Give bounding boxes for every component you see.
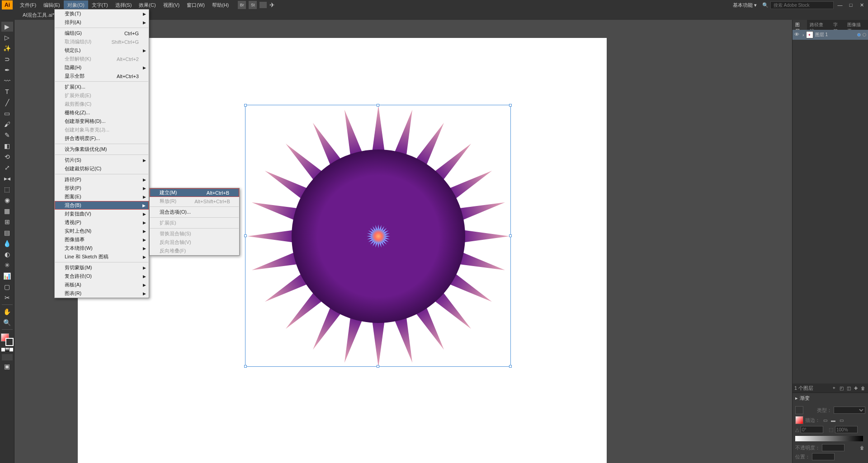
- menu-item[interactable]: 图表(R)▶: [55, 289, 149, 298]
- menu-item[interactable]: 透视(P)▶: [55, 218, 149, 227]
- paintbrush-tool[interactable]: 🖌: [1, 119, 13, 129]
- slice-tool[interactable]: ✂: [1, 293, 13, 303]
- stock-icon[interactable]: St: [249, 1, 257, 9]
- maximize-button[interactable]: □: [846, 1, 855, 9]
- workspace-switcher[interactable]: 基本功能 ▾: [729, 1, 760, 9]
- minimize-button[interactable]: —: [835, 1, 844, 9]
- free-transform-tool[interactable]: ⬚: [1, 184, 13, 194]
- menu-item[interactable]: 拼合透明度(F)...: [55, 134, 149, 143]
- menu-item[interactable]: 栅格化(Z)...: [55, 108, 149, 117]
- resize-handle-w[interactable]: [244, 234, 247, 237]
- menu-帮助[interactable]: 帮助(H): [208, 0, 232, 10]
- gradient-fill-swatch[interactable]: [795, 416, 803, 424]
- perspective-grid-tool[interactable]: ▦: [1, 206, 13, 216]
- arrange-documents-icon[interactable]: [259, 2, 267, 8]
- eyedropper-tool[interactable]: 💧: [1, 239, 13, 248]
- line-tool[interactable]: ╱: [1, 98, 13, 108]
- selection-bounding-box[interactable]: [245, 105, 511, 367]
- width-tool[interactable]: ▸◂: [1, 173, 13, 183]
- disclosure-icon[interactable]: ›: [802, 32, 804, 37]
- menu-item[interactable]: 形状(P)▶: [55, 184, 149, 192]
- menu-视图[interactable]: 视图(V): [160, 0, 184, 10]
- drawing-mode[interactable]: [2, 354, 13, 360]
- menu-item[interactable]: 混合选项(O)...: [150, 208, 239, 216]
- new-layer-icon[interactable]: ✚: [853, 385, 859, 391]
- menu-item[interactable]: 编组(G)Ctrl+G: [55, 29, 149, 37]
- resize-handle-sw[interactable]: [244, 365, 247, 368]
- symbol-sprayer-tool[interactable]: ✳: [1, 260, 13, 270]
- menu-item[interactable]: 显示全部Alt+Ctrl+3: [55, 72, 149, 80]
- share-icon[interactable]: ✈: [269, 1, 275, 9]
- menu-item[interactable]: 文本绕排(W)▶: [55, 244, 149, 253]
- selection-tool[interactable]: ▶: [1, 22, 13, 32]
- menu-item[interactable]: 隐藏(H)▶: [55, 63, 149, 72]
- gradient-opacity-input[interactable]: [822, 444, 844, 451]
- color-mode-none[interactable]: [9, 348, 13, 351]
- stroke-mode-3-icon[interactable]: ▭: [838, 417, 844, 423]
- menu-item[interactable]: 切片(S)▶: [55, 156, 149, 164]
- menu-文字[interactable]: 文字(T): [88, 0, 112, 10]
- fill-stroke-control[interactable]: [1, 333, 14, 346]
- locate-object-icon[interactable]: ⌖: [831, 385, 837, 391]
- panel-tab[interactable]: 字符: [830, 20, 845, 30]
- blend-submenu-dropdown[interactable]: 建立(M)Alt+Ctrl+B释放(R)Alt+Shift+Ctrl+B混合选项…: [149, 188, 240, 256]
- magic-wand-tool[interactable]: ✨: [1, 43, 13, 53]
- panel-tab[interactable]: 图像描摹: [844, 20, 868, 30]
- scale-tool[interactable]: ⤢: [1, 163, 13, 173]
- screen-mode[interactable]: ▣: [1, 361, 13, 371]
- gradient-ratio-input[interactable]: [835, 426, 858, 433]
- menu-对象[interactable]: 对象(O): [64, 0, 88, 10]
- resize-handle-e[interactable]: [509, 234, 512, 237]
- menu-item[interactable]: 扩展(X)...: [55, 83, 149, 91]
- menu-item[interactable]: 混合(B)▶: [55, 201, 149, 210]
- menu-item[interactable]: 锁定(L)▶: [55, 46, 149, 55]
- mesh-tool[interactable]: ⊞: [1, 217, 13, 227]
- resize-handle-n[interactable]: [377, 104, 379, 107]
- menu-item[interactable]: 建立(M)Alt+Ctrl+B: [150, 188, 239, 197]
- gradient-type-select[interactable]: [834, 407, 865, 414]
- layer-target-indicator[interactable]: [863, 33, 866, 37]
- visibility-toggle-icon[interactable]: 👁: [794, 32, 801, 38]
- menu-item[interactable]: Line 和 Sketch 图稿▶: [55, 253, 149, 261]
- panel-tab[interactable]: 图层: [793, 20, 807, 30]
- menu-item[interactable]: 变换(T)▶: [55, 9, 149, 18]
- layer-row[interactable]: 👁 › ✦ 图层 1: [793, 30, 868, 40]
- bridge-icon[interactable]: Br: [238, 1, 246, 9]
- make-clipping-mask-icon[interactable]: ◰: [838, 385, 844, 391]
- column-graph-tool[interactable]: 📊: [1, 271, 13, 281]
- menu-效果[interactable]: 效果(C): [135, 0, 159, 10]
- layer-selection-indicator[interactable]: [857, 33, 861, 37]
- stroke-mode-1-icon[interactable]: ▭: [822, 417, 828, 423]
- close-button[interactable]: ✕: [857, 1, 866, 9]
- artboard-tool[interactable]: ▢: [1, 282, 13, 292]
- zoom-tool[interactable]: 🔍: [1, 318, 13, 327]
- menu-item[interactable]: 创建渐变网格(D)...: [55, 117, 149, 126]
- menu-item[interactable]: 路径(P)▶: [55, 175, 149, 184]
- gradient-angle-input[interactable]: [801, 426, 823, 433]
- shaper-tool[interactable]: ✎: [1, 130, 13, 140]
- gradient-preview-swatch[interactable]: [795, 406, 803, 414]
- menu-item[interactable]: 实时上色(N)▶: [55, 227, 149, 235]
- panel-collapse-icon[interactable]: ▸: [795, 395, 798, 401]
- delete-layer-icon[interactable]: 🗑: [860, 385, 866, 391]
- delete-stop-icon[interactable]: 🗑: [859, 444, 865, 451]
- color-mode-gradient[interactable]: [5, 348, 9, 351]
- menu-item[interactable]: 复合路径(O)▶: [55, 272, 149, 281]
- menu-选择[interactable]: 选择(S): [112, 0, 136, 10]
- menu-item[interactable]: 图案(E)▶: [55, 192, 149, 201]
- shape-builder-tool[interactable]: ◉: [1, 195, 13, 205]
- resize-handle-ne[interactable]: [509, 104, 512, 107]
- object-menu-dropdown[interactable]: 变换(T)▶排列(A)▶编组(G)Ctrl+G取消编组(U)Shift+Ctrl…: [54, 9, 149, 298]
- direct-selection-tool[interactable]: ▷: [1, 33, 13, 42]
- panel-tab[interactable]: 路径查找: [807, 20, 830, 30]
- rectangle-tool[interactable]: ▭: [1, 108, 13, 118]
- gradient-tool[interactable]: ▤: [1, 228, 13, 238]
- menu-item[interactable]: 设为像素级优化(M): [55, 145, 149, 154]
- resize-handle-se[interactable]: [509, 365, 512, 368]
- menu-窗口[interactable]: 窗口(W): [183, 0, 208, 10]
- lasso-tool[interactable]: ⊃: [1, 54, 13, 64]
- pen-tool[interactable]: ✒: [1, 65, 13, 75]
- resize-handle-s[interactable]: [377, 365, 379, 368]
- menu-item[interactable]: 封套扭曲(V)▶: [55, 210, 149, 218]
- gradient-ramp[interactable]: [795, 436, 863, 441]
